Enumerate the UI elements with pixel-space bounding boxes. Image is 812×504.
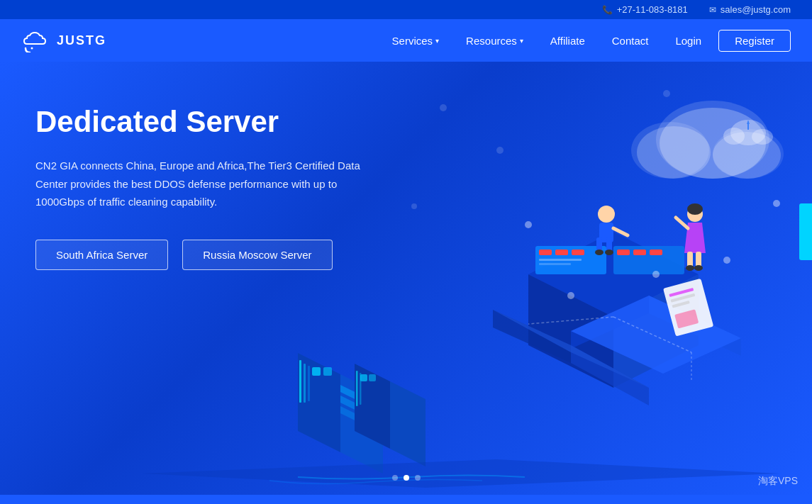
carousel-dot-3[interactable] (415, 475, 421, 481)
svg-rect-13 (572, 250, 584, 255)
svg-point-0 (31, 47, 33, 50)
topbar: 📞 +27-11-083-8181 ✉ sales@justg.com (0, 0, 812, 19)
bottom-server-visual (0, 339, 812, 495)
svg-rect-11 (539, 250, 552, 255)
svg-point-33 (694, 265, 703, 271)
svg-point-56 (752, 129, 773, 145)
svg-rect-67 (299, 360, 301, 403)
svg-point-5 (637, 126, 711, 179)
email-icon: ✉ (709, 5, 716, 15)
hero-section: Dedicated Server CN2 GIA connects China,… (0, 62, 812, 495)
hero-buttons: South Africa Server Russia Moscow Server (35, 240, 404, 270)
resources-chevron-icon: ▾ (520, 37, 523, 45)
right-accent (799, 203, 812, 260)
nav-item-register[interactable]: Register (718, 30, 791, 52)
svg-rect-66 (323, 367, 332, 376)
phone-number: +27-11-083-8181 (617, 4, 688, 15)
hero-title: Dedicated Server (35, 104, 404, 140)
svg-marker-70 (390, 381, 426, 466)
nav-item-resources[interactable]: Resources ▾ (456, 29, 533, 52)
email-item: ✉ sales@justg.com (709, 4, 791, 15)
services-chevron-icon: ▾ (435, 37, 439, 45)
svg-point-53 (773, 200, 780, 207)
nav-link-login[interactable]: Login (665, 29, 711, 52)
svg-point-29 (687, 203, 703, 215)
nav-item-contact[interactable]: Contact (602, 29, 659, 52)
svg-rect-19 (650, 250, 662, 255)
carousel-dot-2[interactable] (404, 475, 409, 481)
nav-link-contact[interactable]: Contact (602, 29, 659, 52)
svg-point-20 (598, 206, 615, 223)
nav-link-resources[interactable]: Resources ▾ (456, 29, 533, 52)
svg-rect-17 (617, 250, 630, 255)
hero-content: Dedicated Server CN2 GIA connects China,… (35, 104, 404, 270)
svg-rect-76 (360, 373, 362, 405)
svg-point-50 (723, 257, 730, 264)
svg-rect-14 (539, 259, 582, 261)
svg-rect-68 (304, 364, 306, 403)
svg-rect-69 (308, 366, 310, 401)
svg-rect-65 (312, 367, 321, 376)
svg-point-49 (652, 271, 660, 278)
nav-link-register[interactable]: Register (718, 30, 791, 52)
hero-description: CN2 GIA connects China, Europe and Afric… (35, 157, 376, 211)
svg-rect-31 (696, 252, 701, 267)
nav-link-services[interactable]: Services ▾ (382, 29, 450, 52)
russia-moscow-server-button[interactable]: Russia Moscow Server (182, 240, 332, 270)
carousel-dots (392, 475, 421, 481)
svg-rect-30 (687, 252, 693, 267)
svg-point-25 (605, 250, 613, 255)
svg-rect-58 (747, 124, 749, 130)
logo[interactable]: JUSTG (21, 28, 106, 52)
svg-rect-12 (555, 250, 568, 255)
south-africa-server-button[interactable]: South Africa Server (35, 240, 168, 270)
svg-point-32 (686, 265, 694, 271)
svg-marker-77 (142, 459, 780, 488)
logo-text: JUSTG (57, 33, 106, 48)
nav-item-affiliate[interactable]: Affiliate (540, 29, 595, 52)
svg-line-34 (676, 218, 688, 228)
nav-item-login[interactable]: Login (665, 29, 711, 52)
svg-rect-74 (369, 374, 376, 381)
svg-rect-75 (356, 371, 358, 406)
nav-item-services[interactable]: Services ▾ (382, 29, 450, 52)
nav-menu: Services ▾ Resources ▾ Affiliate Contact… (382, 29, 791, 52)
svg-point-55 (723, 128, 745, 145)
watermark: 淘客VPS (758, 475, 798, 488)
carousel-dot-1[interactable] (392, 475, 398, 481)
phone-item: 📞 +27-11-083-8181 (602, 4, 688, 15)
navbar: JUSTG Services ▾ Resources ▾ Affiliate C… (0, 19, 812, 62)
svg-rect-15 (539, 263, 571, 265)
phone-icon: 📞 (602, 5, 613, 15)
svg-point-24 (595, 250, 604, 255)
logo-svg (21, 28, 52, 52)
email-address: sales@justg.com (721, 4, 791, 15)
svg-point-52 (525, 221, 532, 228)
bottom-svg (0, 339, 812, 495)
svg-rect-18 (633, 250, 646, 255)
svg-point-51 (567, 292, 574, 299)
nav-link-affiliate[interactable]: Affiliate (540, 29, 595, 52)
